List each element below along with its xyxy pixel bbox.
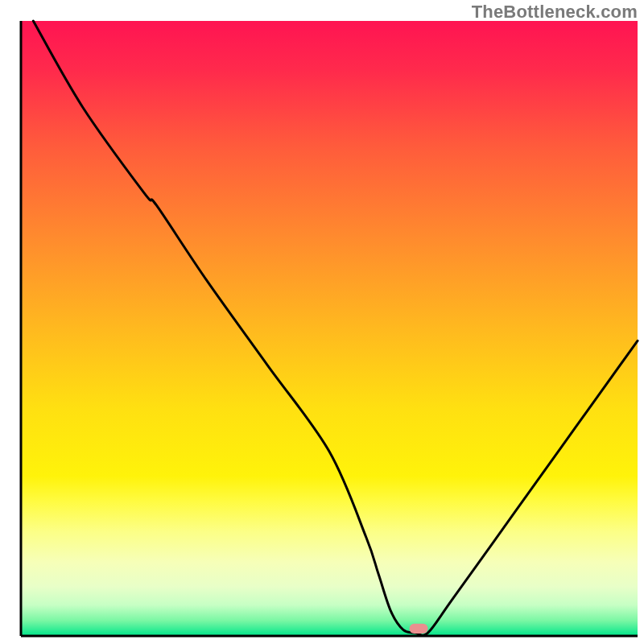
plot-background bbox=[21, 21, 638, 636]
chart-svg bbox=[0, 0, 644, 644]
optimal-marker bbox=[410, 624, 428, 634]
watermark-text: TheBottleneck.com bbox=[472, 2, 638, 23]
bottleneck-chart: TheBottleneck.com bbox=[0, 0, 644, 644]
